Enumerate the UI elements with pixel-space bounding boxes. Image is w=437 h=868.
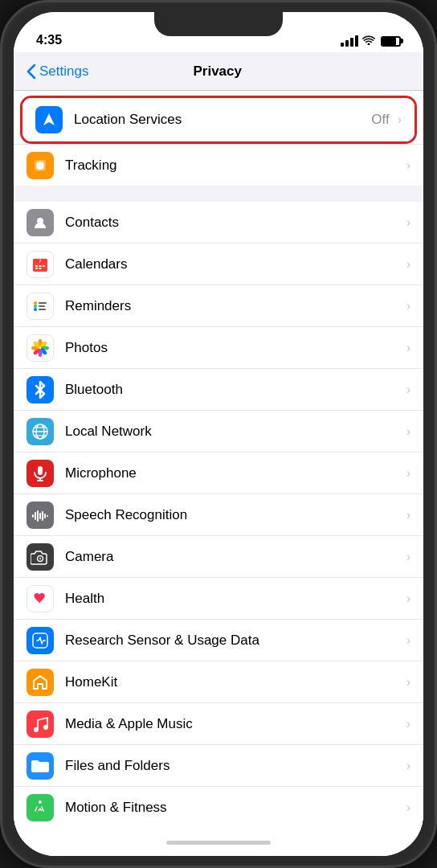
local-network-item[interactable]: Local Network ›	[14, 411, 423, 452]
microphone-item[interactable]: Microphone ›	[14, 452, 423, 494]
location-services-chevron: ›	[398, 113, 402, 127]
home-indicator	[166, 841, 271, 845]
bluetooth-icon	[27, 376, 54, 403]
battery-icon	[381, 36, 401, 47]
tracking-item[interactable]: Tracking ›	[14, 144, 423, 186]
back-button[interactable]: Settings	[27, 63, 88, 80]
files-folders-label: Files and Folders	[65, 758, 403, 774]
home-indicator-area	[14, 829, 423, 856]
media-music-label: Media & Apple Music	[65, 716, 403, 732]
bluetooth-label: Bluetooth	[65, 382, 403, 398]
svg-rect-37	[42, 511, 43, 521]
svg-rect-39	[47, 515, 48, 517]
media-music-icon	[27, 710, 54, 738]
homekit-icon	[27, 669, 54, 696]
svg-rect-16	[39, 309, 46, 310]
photos-icon	[27, 334, 54, 362]
top-section: Location Services Off › Tracking ›	[14, 91, 423, 186]
navigation-bar: Settings Privacy	[14, 52, 423, 91]
reminders-item[interactable]: Reminders ›	[14, 285, 423, 327]
local-network-label: Local Network	[65, 424, 403, 440]
svg-point-13	[34, 308, 37, 311]
svg-rect-34	[35, 512, 36, 520]
wifi-icon	[362, 35, 375, 47]
calendars-chevron: ›	[406, 257, 410, 272]
media-music-item[interactable]: Media & Apple Music ›	[14, 703, 423, 745]
motion-fitness-item[interactable]: Motion & Fitness ›	[14, 787, 423, 829]
speech-recognition-chevron: ›	[406, 508, 410, 522]
local-network-icon	[27, 418, 54, 445]
speech-recognition-item[interactable]: Speech Recognition ›	[14, 494, 423, 536]
signal-icon	[341, 35, 358, 47]
speech-recognition-label: Speech Recognition	[65, 507, 403, 523]
svg-rect-5	[35, 265, 38, 267]
reminders-icon	[27, 293, 54, 320]
files-folders-icon	[27, 752, 54, 780]
page-title: Privacy	[88, 63, 346, 80]
camera-item[interactable]: Camera ›	[14, 536, 423, 578]
files-folders-chevron: ›	[406, 759, 410, 773]
svg-rect-15	[39, 305, 45, 307]
homekit-chevron: ›	[406, 675, 410, 690]
contacts-item[interactable]: Contacts ›	[14, 202, 423, 244]
photos-chevron: ›	[406, 341, 410, 355]
svg-rect-38	[44, 514, 46, 518]
health-label: Health	[65, 591, 403, 607]
speech-recognition-icon	[27, 502, 54, 529]
motion-fitness-label: Motion & Fitness	[65, 800, 403, 816]
tracking-label: Tracking	[65, 158, 403, 174]
bluetooth-chevron: ›	[406, 383, 410, 397]
contacts-icon	[27, 209, 54, 236]
status-time: 4:35	[36, 33, 62, 47]
research-chevron: ›	[406, 633, 410, 648]
microphone-chevron: ›	[406, 466, 410, 481]
homekit-item[interactable]: HomeKit ›	[14, 661, 423, 703]
location-services-icon	[35, 106, 63, 133]
calendars-icon: 7	[27, 251, 54, 278]
svg-rect-30	[38, 466, 43, 475]
main-settings-group: Contacts ›	[14, 202, 423, 829]
contacts-label: Contacts	[65, 215, 403, 231]
media-music-chevron: ›	[406, 717, 410, 731]
svg-point-41	[39, 558, 41, 559]
motion-fitness-icon	[27, 794, 54, 821]
tracking-chevron: ›	[406, 158, 410, 173]
photos-label: Photos	[65, 340, 403, 356]
homekit-label: HomeKit	[65, 674, 403, 690]
svg-rect-6	[39, 265, 42, 267]
motion-fitness-chevron: ›	[406, 800, 410, 815]
health-item[interactable]: Health ›	[14, 578, 423, 620]
calendars-item[interactable]: 7 Calendars ›	[14, 244, 423, 285]
reminders-chevron: ›	[406, 299, 410, 313]
local-network-chevron: ›	[406, 424, 410, 439]
location-services-label: Location Services	[74, 112, 371, 128]
research-icon	[27, 627, 54, 654]
svg-rect-8	[35, 268, 38, 269]
research-item[interactable]: Research Sensor & Usage Data ›	[14, 620, 423, 661]
svg-point-45	[43, 725, 48, 730]
camera-icon	[27, 543, 54, 571]
svg-rect-33	[32, 514, 34, 518]
svg-point-44	[34, 727, 39, 732]
files-folders-item[interactable]: Files and Folders ›	[14, 745, 423, 787]
svg-rect-7	[43, 265, 45, 267]
svg-rect-14	[39, 302, 47, 304]
phone-screen: 4:35	[14, 12, 423, 856]
bluetooth-item[interactable]: Bluetooth ›	[14, 369, 423, 411]
phone-frame: 4:35	[0, 0, 437, 868]
svg-point-11	[34, 301, 37, 305]
status-icons	[341, 35, 401, 47]
location-services-item[interactable]: Location Services Off ›	[22, 98, 415, 141]
svg-rect-36	[39, 513, 41, 519]
location-services-highlight: Location Services Off ›	[20, 96, 417, 144]
health-icon	[27, 585, 54, 612]
contacts-chevron: ›	[406, 215, 410, 230]
section-divider-1	[14, 186, 423, 202]
microphone-label: Microphone	[65, 465, 403, 481]
settings-list: Location Services Off › Tracking ›	[14, 91, 423, 856]
camera-label: Camera	[65, 549, 403, 565]
photos-item[interactable]: Photos ›	[14, 327, 423, 369]
svg-point-46	[39, 800, 42, 804]
tracking-icon	[27, 152, 54, 179]
camera-chevron: ›	[406, 550, 410, 564]
